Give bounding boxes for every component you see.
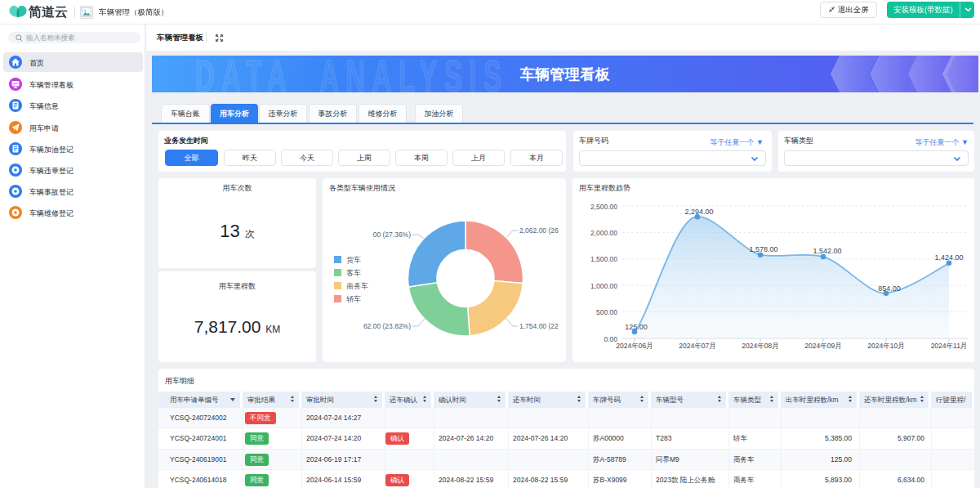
svg-text:2,062.00 (26: 2,062.00 (26 [519, 226, 559, 235]
svg-text:500.00: 500.00 [596, 308, 617, 316]
svg-text:62.00 (23.82%): 62.00 (23.82%) [363, 322, 411, 330]
svg-text:854.00: 854.00 [878, 284, 901, 293]
svg-text:125.00: 125.00 [625, 323, 648, 331]
svg-text:1,754.00 (22: 1,754.00 (22 [519, 322, 559, 330]
svg-text:2,500.00: 2,500.00 [590, 203, 617, 211]
svg-text:2,294.00: 2,294.00 [684, 208, 713, 216]
svg-text:1,424.00: 1,424.00 [934, 253, 963, 262]
svg-text:2024年10月: 2024年10月 [867, 342, 904, 350]
svg-text:2,000.00: 2,000.00 [590, 229, 617, 237]
svg-text:2024年08月: 2024年08月 [742, 342, 778, 350]
svg-text:2024年09月: 2024年09月 [804, 342, 841, 350]
svg-text:2024年07月: 2024年07月 [679, 342, 715, 350]
svg-text:2024年06月: 2024年06月 [616, 342, 653, 350]
svg-text:轿车: 轿车 [346, 295, 361, 303]
svg-text:货车: 货车 [346, 256, 361, 264]
svg-text:1,000.00: 1,000.00 [590, 282, 617, 290]
svg-text:客车: 客车 [346, 269, 361, 277]
svg-text:商务车: 商务车 [346, 282, 368, 290]
svg-text:00 (27.36%): 00 (27.36%) [373, 231, 411, 239]
svg-text:2024年11月: 2024年11月 [931, 342, 968, 350]
svg-text:1,500.00: 1,500.00 [590, 255, 617, 263]
svg-text:1,542.00: 1,542.00 [813, 247, 841, 255]
svg-text:1,578.00: 1,578.00 [749, 245, 777, 253]
